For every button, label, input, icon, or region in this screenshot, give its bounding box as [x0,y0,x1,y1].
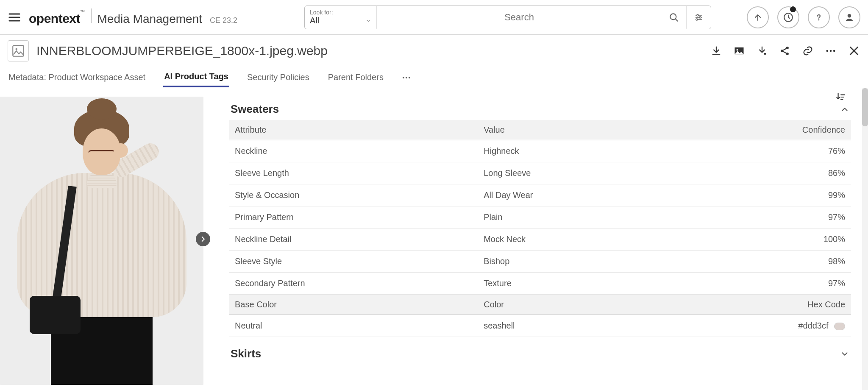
asset-thumbnail [8,40,29,61]
svg-point-18 [403,77,404,78]
col-confidence: Confidence [726,120,851,140]
share-icon [779,45,791,57]
svg-point-19 [406,77,407,78]
section-header-sweaters[interactable]: Sweaters [229,92,851,120]
sliders-icon [694,12,704,22]
tab-security-policies[interactable]: Security Policies [246,68,310,86]
table-row: Style & OccasionAll Day Wear99% [229,184,851,206]
tab-parent-folders[interactable]: Parent Folders [327,68,384,86]
table-row: Sleeve LengthLong Sleeve86% [229,162,851,184]
col-base-color: Base Color [229,295,478,315]
svg-rect-7 [13,45,24,56]
tab-ai-product-tags[interactable]: AI Product Tags [163,67,229,87]
chevron-down-icon [365,18,371,24]
chevron-down-icon [840,349,849,359]
search-scope-value: All [310,16,371,25]
color-header-row: Base Color Color Hex Code [229,295,851,315]
close-icon [848,45,860,57]
attributes-table: Attribute Value Confidence NecklineHighn… [229,120,851,337]
preview-pane [0,88,212,390]
brand: opentext™ Media Management CE 23.2 [29,8,237,26]
top-bar-actions [747,6,860,28]
more-actions-button[interactable] [825,45,837,57]
top-bar: opentext™ Media Management CE 23.2 Look … [0,0,868,35]
download-button[interactable] [710,45,722,57]
crop-button[interactable] [733,45,745,57]
export-button[interactable] [756,45,768,57]
section-header-skirts[interactable]: Skirts [229,337,851,365]
download-icon [710,45,722,57]
brand-logo: opentext™ [29,11,85,26]
link-button[interactable] [802,45,814,57]
image-icon [11,44,25,58]
hex-value: #ddd3cf [798,321,828,330]
hex-cell: #ddd3cf [726,315,851,337]
share-button[interactable] [779,45,791,57]
svg-point-5 [818,19,820,20]
search-filters-button[interactable] [686,6,711,29]
sort-button[interactable] [835,92,846,103]
scrollbar-track[interactable] [862,88,868,390]
color-swatch [834,323,845,330]
table-row: Sleeve StyleBishop98% [229,251,851,273]
more-icon [825,45,837,57]
scrollbar-thumb[interactable] [862,88,868,126]
svg-point-16 [830,50,832,52]
table-header-row: Attribute Value Confidence [229,120,851,140]
brand-divider [91,8,92,23]
search-icon [668,12,679,23]
activity-button[interactable] [777,6,799,28]
table-row: Secondary PatternTexture97% [229,273,851,295]
svg-point-17 [833,50,835,52]
upload-icon [753,12,763,22]
section-title: Sweaters [231,103,279,116]
more-icon [401,72,412,83]
content-body: Sweaters Attribute Value Confidence Neck… [0,88,868,390]
col-attribute: Attribute [229,120,478,140]
link-icon [802,45,814,57]
svg-point-15 [826,50,829,52]
user-icon [844,12,855,23]
col-color: Color [478,295,726,315]
search-bar: Look for: All [304,6,711,29]
col-hex-code: Hex Code [726,295,851,315]
detail-pane: Sweaters Attribute Value Confidence Neck… [212,88,868,390]
search-scope-dropdown[interactable]: Look for: All [305,6,377,29]
user-button[interactable] [838,6,860,28]
download-alt-icon [756,45,768,57]
color-row: Neutral seashell #ddd3cf [229,315,851,337]
svg-point-3 [696,19,698,20]
brand-version: CE 23.2 [210,16,237,25]
next-asset-button[interactable] [196,232,210,246]
close-button[interactable] [848,45,860,57]
table-row: NecklineHighneck76% [229,140,851,162]
svg-point-20 [409,77,410,78]
tabs-more-button[interactable] [401,72,412,83]
help-button[interactable] [808,6,830,28]
svg-point-2 [699,17,701,18]
svg-point-8 [15,48,17,50]
menu-button[interactable] [8,11,21,24]
notification-dot [790,6,796,12]
section-title: Skirts [231,347,261,360]
search-button[interactable] [662,6,686,29]
upload-button[interactable] [747,6,769,28]
search-input[interactable] [377,6,662,29]
asset-header: INNERBLOOMJUMPERBEIGE_1800x-1.jpeg.webp [0,35,868,67]
search-scope-label: Look for: [310,9,371,16]
sort-icon [835,92,846,103]
help-icon [814,12,824,22]
svg-point-10 [736,49,738,51]
tab-metadata[interactable]: Metadata: Product Workspace Asset [8,68,146,86]
tabs: Metadata: Product Workspace Asset AI Pro… [0,67,868,88]
clock-icon [783,12,794,23]
table-row: Neckline DetailMock Neck100% [229,228,851,251]
table-row: Primary PatternPlain97% [229,206,851,228]
chevron-right-icon [199,235,207,243]
brand-product: Media Management [97,12,202,26]
asset-actions [710,45,860,57]
asset-filename: INNERBLOOMJUMPERBEIGE_1800x-1.jpeg.webp [36,44,328,58]
svg-point-11 [764,53,766,55]
asset-preview-image[interactable] [0,97,203,385]
image-edit-icon [733,45,745,57]
